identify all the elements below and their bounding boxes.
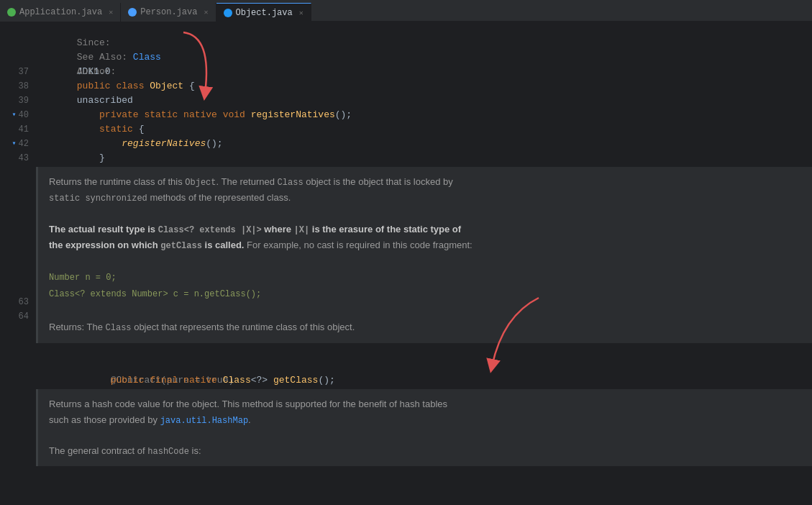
code-line-41: registerNatives(); bbox=[43, 122, 812, 137]
line-63-container: @ @Contract(pure = true) bbox=[43, 345, 812, 359]
line-num-41: 41 bbox=[4, 122, 29, 137]
code-line-43 bbox=[43, 151, 812, 165]
fold-icon-42[interactable]: ▾ bbox=[12, 137, 17, 151]
tab-label-object: Object.java bbox=[236, 8, 293, 18]
line-num-37: 37 bbox=[4, 65, 29, 79]
code-line-39: private static native void registerNativ… bbox=[43, 94, 812, 108]
tab-icon-application bbox=[7, 8, 16, 17]
line-num-42: ▾42 bbox=[4, 137, 29, 151]
editor: 37 38 39 ▾40 41 ▾42 43 63 64 Since: JDK1… bbox=[0, 22, 812, 505]
code-line-37: public class Object { bbox=[43, 65, 812, 79]
tab-icon-object bbox=[224, 9, 232, 17]
javadoc2-para3: The general contract of hashCode is: bbox=[49, 443, 801, 459]
fold-icon-40[interactable]: ▾ bbox=[12, 108, 17, 122]
javadoc1-sample1: Number n = 0; bbox=[49, 271, 801, 285]
javadoc1-bold: The actual result type is Class<? extend… bbox=[49, 222, 801, 237]
meta-since-line: Since: JDK1.0 bbox=[43, 22, 812, 36]
javadoc1-sample2: Class<? extends Number> c = n.getClass()… bbox=[49, 288, 801, 301]
tab-close-application[interactable]: ✕ bbox=[109, 8, 113, 17]
code-line-63-method: public final native Class<?> getClass(); bbox=[43, 359, 812, 373]
line-num-64: 64 bbox=[4, 309, 29, 324]
javadoc2-para2: such as those provided by java.util.Hash… bbox=[49, 412, 801, 428]
javadoc1-para2: static synchronized methods of the repre… bbox=[49, 190, 801, 206]
javadoc-block-2: Returns a hash code value for the object… bbox=[36, 389, 812, 467]
tab-label-application: Application.java bbox=[19, 7, 102, 17]
javadoc1-returns: Returns: The Class object that represent… bbox=[49, 319, 801, 335]
code-line-63: @ @Contract(pure = true) bbox=[43, 345, 812, 359]
line-num-40: ▾40 bbox=[4, 108, 29, 122]
line-63-code: public final native Class<?> getClass(); bbox=[43, 359, 812, 373]
tab-label-person: Person.java bbox=[140, 7, 197, 17]
line-num-43: 43 bbox=[4, 151, 29, 165]
line-num-39: 39 bbox=[4, 94, 29, 108]
tab-close-object[interactable]: ✕ bbox=[299, 9, 304, 17]
tab-person[interactable]: Person.java ✕ bbox=[121, 3, 216, 22]
meta-seealso-line: See Also: Class bbox=[43, 36, 812, 50]
line-num-63: 63 bbox=[4, 295, 29, 309]
code-area: Since: JDK1.0 See Also: Class Author: un… bbox=[36, 22, 812, 505]
javadoc2-para1: Returns a hash code value for the object… bbox=[49, 396, 801, 412]
tab-bar: Application.java ✕ Person.java ✕ Object.… bbox=[0, 0, 812, 22]
tab-close-person[interactable]: ✕ bbox=[204, 8, 208, 17]
tab-object[interactable]: Object.java ✕ bbox=[216, 3, 311, 22]
javadoc-block-1: Returns the runtime class of this Object… bbox=[36, 167, 812, 343]
javadoc1-bold2: the expression on which getClass is call… bbox=[49, 237, 801, 253]
line-num-38: 38 bbox=[4, 79, 29, 94]
line-numbers: 37 38 39 ▾40 41 ▾42 43 63 64 bbox=[0, 22, 36, 505]
tab-application[interactable]: Application.java ✕ bbox=[0, 3, 121, 22]
javadoc1-para1: Returns the runtime class of this Object… bbox=[49, 174, 801, 190]
tab-icon-person bbox=[128, 8, 137, 17]
